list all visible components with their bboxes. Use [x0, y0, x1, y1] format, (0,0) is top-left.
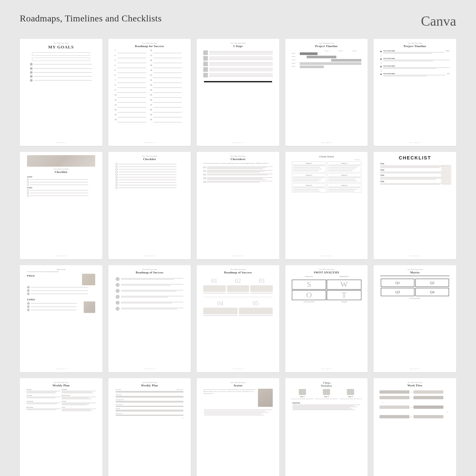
- card-checklist-bold[interactable]: CHECKLIST ITEM ITEM ITEM ITEM www.exampl…: [374, 152, 456, 259]
- avatar-photo: [258, 389, 273, 407]
- card-checklist-lines[interactable]: Your Title Goes Here Checklist www.examp…: [108, 152, 191, 259]
- card-5steps[interactable]: Your Title Goes Here 5 Steps www.example…: [197, 39, 279, 146]
- photo-placeholder: [27, 155, 95, 167]
- card-subtitle: Your Title Goes Here: [407, 42, 423, 44]
- num-steps-row1: 01 02 03: [203, 278, 273, 294]
- card-title: Checklist: [55, 170, 68, 174]
- card-subtitle: Your Title Goes Here: [407, 268, 423, 270]
- photo-sm: [82, 274, 95, 285]
- workflow-row: ←: [379, 415, 443, 418]
- card-grid-row2: Your Title Goes Here Checklist START STE…: [20, 152, 456, 259]
- card-weekly1[interactable]: Your Title Goes Here Weekly Plan SUNDAY …: [20, 378, 102, 476]
- card-title: 5 Steps: [233, 44, 243, 48]
- card-title-bold: CHECKLIST: [399, 155, 431, 160]
- roadmap-list: 1 2 3 4 5 6 7 8 9 10 11 12 13 14 15 16 1…: [115, 49, 184, 123]
- arrow-right-icon: →: [410, 391, 413, 394]
- card-weekly2[interactable]: Your Title Goes Here Weekly Plan MONDAY …: [108, 378, 191, 476]
- arrow-left-icon: ←: [410, 415, 413, 418]
- card-subtitle: Your Title Goes Here: [319, 268, 334, 270]
- canva-logo: Canva: [421, 13, 456, 29]
- cheatsheet-categories: Category 1 Category 2 Category 3 Ca: [292, 161, 361, 193]
- card-title: SWOT ANALYSIS: [314, 271, 339, 274]
- card-cheatsheet-grid[interactable]: Cheat Sheet Category 2 Category 1 Catego…: [285, 152, 368, 259]
- card-subtitle: Your Title Goes Here: [53, 42, 69, 44]
- card-roadmap-icons[interactable]: Your Title Goes Here Roadmap of Success: [108, 265, 191, 372]
- swot-grid: S W O T: [292, 280, 361, 300]
- matrix-grid: Q1 Q2 Q3 Q4: [381, 279, 449, 296]
- card-subtitle: Your Title Goes Here: [407, 381, 423, 383]
- card-roadmap-nums[interactable]: Your Title Goes Here Roadmap of Success …: [197, 265, 279, 372]
- timeline-milestones: TITLE GOES HERE START TITLE GOES HERE: [380, 49, 450, 77]
- card-title: Work Flow: [407, 384, 423, 387]
- card-title: Project Timeline: [404, 44, 426, 48]
- card-subtitle: Your Title Goes Here: [53, 381, 69, 383]
- arrow-left-icon: ←: [410, 396, 413, 399]
- card-title: Roadmap for Success: [135, 44, 164, 48]
- card-swot[interactable]: Your Title Goes Here SWOT ANALYSIS STREN…: [285, 265, 368, 372]
- card-title: Cheetsheet: [231, 157, 245, 161]
- card-checklist-photo[interactable]: Your Title Goes Here Checklist START STE…: [20, 152, 102, 259]
- workflow-row: →: [379, 406, 443, 409]
- card-subtitle: Your Title Goes Here: [230, 42, 245, 44]
- card-goals[interactable]: Your Title Goes Here MY GOALS www.exampl…: [20, 39, 102, 146]
- card-subtitle: Your Title Goes Here: [142, 42, 157, 44]
- card-subtitle: Your Title Goes Here: [230, 381, 245, 383]
- card-title: Roadmap of Success: [136, 271, 163, 274]
- card-title: Roadmap of Success: [224, 271, 252, 274]
- arrow-right-icon: →: [410, 406, 413, 409]
- card-cheetsheet[interactable]: Your Title Goes Here Cheetsheet Lorem ip…: [197, 152, 279, 259]
- card-grid-row1: Your Title Goes Here MY GOALS www.exampl…: [20, 39, 456, 146]
- card-title: Project Timeline: [315, 44, 338, 48]
- card-timeline1[interactable]: Your Workplace Here Project Timeline WEE…: [285, 39, 368, 146]
- card-title: Avatar: [233, 384, 242, 387]
- card-subtitle: Your Title Goes Here: [230, 155, 245, 157]
- card-subtitle: Your Title Goes Here: [142, 268, 157, 270]
- card-subtitle: Your Workplace Here: [319, 42, 334, 44]
- workflow-row: ←: [379, 396, 443, 399]
- card-title: MY GOALS: [48, 44, 74, 50]
- card-subtitle: Your Title Goes Here: [142, 155, 157, 157]
- card-steps-worksheet[interactable]: 3 StepsWorksheet Step 1 Step 2 Step 3 Im…: [285, 378, 368, 476]
- card-avatar[interactable]: Your Title Goes Here Avatar Lorem ipsum …: [197, 378, 279, 476]
- card-cheat-pros[interactable]: Cheat Sheet Lorem ipsum dolor sit amet c…: [20, 265, 102, 372]
- card-matrix[interactable]: Your Title Goes Here Matrix Q1 Q2 Q3 Q4 …: [374, 265, 456, 372]
- card-grid-row3: Cheat Sheet Lorem ipsum dolor sit amet c…: [20, 265, 456, 372]
- num-steps-row2: 04 05: [203, 300, 273, 316]
- card-grid-row4: Your Title Goes Here Weekly Plan SUNDAY …: [20, 378, 456, 476]
- roadmap-icon-list: [116, 277, 183, 311]
- card-subtitle: Your Title Goes Here: [53, 168, 69, 170]
- card-title: Weekly Plan: [53, 384, 70, 387]
- workflow-row: →: [379, 390, 443, 394]
- card-title: Matrix: [410, 271, 420, 274]
- card-subtitle: Your Title Goes Here: [230, 268, 245, 270]
- steps-worksheet: Step 1 Step 2 Step 3: [291, 389, 362, 400]
- page-title: Roadmaps, Timelines and Checklists: [20, 13, 162, 24]
- card-workflow[interactable]: Your Title Goes Here Work Flow → ← ↓ →: [374, 378, 456, 476]
- card-timeline2[interactable]: Your Title Goes Here Project Timeline TI…: [374, 39, 456, 146]
- card-subtitle: Your Title Goes Here: [142, 381, 157, 383]
- card-title: Checklist: [143, 157, 156, 161]
- card-title: Weekly Plan: [141, 384, 158, 387]
- header: Roadmaps, Timelines and Checklists Canva: [20, 13, 456, 29]
- card-roadmap-numbered[interactable]: Your Title Goes Here Roadmap for Success…: [108, 39, 191, 146]
- weekly-grid: SUNDAY MONDAY TUESDAY WEDNESDAY: [26, 389, 96, 411]
